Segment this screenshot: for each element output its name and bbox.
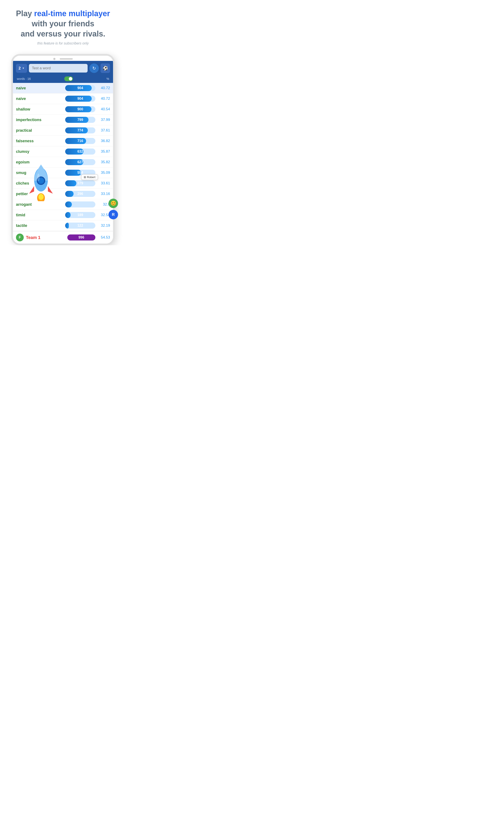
table-row[interactable]: ⊞ Robert cliches 379 33.61	[13, 178, 113, 189]
table-row[interactable]: pettier 296 33.16	[13, 189, 113, 199]
score-value: 799	[65, 117, 95, 123]
word-label: arrogant	[16, 202, 63, 207]
word-label: pettier	[16, 192, 63, 196]
word-label: imperfections	[16, 118, 63, 122]
score-bar-track: 904	[65, 96, 95, 102]
table-row[interactable]: timid 189 32.54	[13, 210, 113, 220]
percent-value: 33.61	[98, 181, 110, 185]
score-value: 189	[65, 212, 95, 218]
score-value: 716	[65, 138, 95, 144]
table-row[interactable]: egoism 627 35.82	[13, 157, 113, 168]
header-line3: and versus your rivals.	[21, 29, 105, 38]
table-row[interactable]: tactile 122 32.19	[13, 220, 113, 231]
header-title: Play real-time multiplayer with your fri…	[16, 9, 110, 39]
phone-wrapper: 2 ▼ ↻ ⚽ words · 16 %	[11, 54, 115, 245]
percent-value: 36.82	[98, 139, 110, 143]
table-row[interactable]: smug 554 35.09	[13, 168, 113, 178]
word-list: naive 904 40.72 naive 904 40.72 shallow	[13, 83, 113, 231]
word-label: clumsy	[16, 149, 63, 154]
app-header: 2 ▼ ↻ ⚽ words · 16 %	[13, 61, 113, 83]
tooltip-label: Robert	[87, 176, 95, 179]
percent-value: 32.54	[98, 213, 110, 217]
table-row[interactable]: naive 904 40.72	[13, 94, 113, 104]
header-highlight: real-time multiplayer	[34, 9, 110, 18]
percent-value: 40.72	[98, 97, 110, 101]
team-score-bar: 996	[67, 235, 95, 241]
soccer-icon: ⚽	[103, 66, 108, 71]
number-value: 2	[18, 66, 21, 71]
score-bar	[65, 202, 95, 208]
score-bar: 189	[65, 212, 95, 218]
percent-value: 40.72	[98, 86, 110, 90]
score-value: 379	[65, 180, 95, 186]
score-bar: 799	[65, 117, 95, 123]
word-label: cliches	[16, 181, 63, 186]
score-value: 774	[65, 128, 95, 134]
table-row[interactable]: practical 774 37.61	[13, 125, 113, 136]
score-value: 122	[65, 223, 95, 229]
percent-value: 32.19	[98, 223, 110, 228]
score-value: 296	[65, 191, 95, 197]
word-label: timid	[16, 213, 63, 217]
table-row[interactable]: falseness 716 36.82	[13, 136, 113, 146]
score-bar-track: 632	[65, 148, 95, 154]
percent-value: 32.8	[98, 202, 110, 207]
table-row[interactable]: arrogant 32.8	[13, 199, 113, 210]
percent-label: %	[107, 77, 109, 80]
refresh-button[interactable]: ↻	[89, 64, 99, 73]
word-label: shallow	[16, 107, 63, 112]
word-label: egoism	[16, 160, 63, 165]
score-bar: 904	[65, 85, 95, 91]
score-bar: 122	[65, 223, 95, 229]
team-bar: F Team 1 996 54.53	[13, 231, 113, 244]
score-bar-track	[65, 202, 95, 208]
score-bar-track: 774	[65, 128, 95, 134]
score-bar-track: 189	[65, 212, 95, 218]
word-search-input[interactable]	[29, 64, 88, 73]
word-label: falseness	[16, 139, 63, 143]
team-name: Team 1	[26, 235, 65, 240]
app-container: 2 ▼ ↻ ⚽ words · 16 %	[13, 61, 113, 244]
settings-button[interactable]: ⚽	[101, 64, 110, 73]
table-row[interactable]: naive 904 40.72	[13, 83, 113, 94]
score-bar: 296	[65, 191, 95, 197]
header-subtitle: this feature is for subscribers only	[16, 41, 110, 45]
word-label: smug	[16, 171, 63, 175]
score-bar-track: 799	[65, 117, 95, 123]
floating-buttons: 😊 R	[109, 199, 118, 219]
word-label: practical	[16, 128, 63, 133]
score-bar: 632	[65, 148, 95, 154]
emoji-button[interactable]: 😊	[109, 199, 118, 208]
score-value: 904	[65, 96, 95, 102]
phone-camera	[53, 58, 55, 60]
score-bar-track: 379	[65, 180, 95, 186]
stats-bar: words · 16 %	[16, 75, 110, 83]
header-plain-text: Play	[16, 9, 34, 18]
phone-speaker	[60, 58, 73, 60]
toggle-switch[interactable]	[64, 76, 73, 81]
score-value: 632	[65, 148, 95, 154]
phone-frame: 2 ▼ ↻ ⚽ words · 16 %	[11, 54, 115, 245]
tooltip-icon: ⊞	[84, 176, 86, 179]
score-bar: 904	[65, 96, 95, 102]
table-row[interactable]: imperfections 799 37.99	[13, 115, 113, 125]
number-dropdown[interactable]: 2 ▼	[16, 64, 27, 73]
header-line2: with your friends	[32, 19, 94, 28]
score-bar-track: 296	[65, 191, 95, 197]
phone-notch	[13, 56, 113, 61]
table-row[interactable]: shallow 900 40.54	[13, 104, 113, 115]
score-value: 904	[65, 85, 95, 91]
user-button[interactable]: R	[109, 210, 118, 219]
team-percent: 54.53	[98, 235, 110, 240]
team-avatar: F	[16, 233, 24, 241]
user-initial: R	[112, 212, 115, 217]
score-value: 627	[65, 159, 95, 165]
score-bar-track: 904	[65, 85, 95, 91]
refresh-icon: ↻	[92, 66, 96, 71]
score-bar: 900	[65, 106, 95, 112]
score-bar: 774	[65, 128, 95, 134]
table-row[interactable]: clumsy 632 35.87	[13, 146, 113, 157]
score-bar-track: 900	[65, 106, 95, 112]
score-bar-track: 122	[65, 223, 95, 229]
percent-value: 35.09	[98, 171, 110, 175]
